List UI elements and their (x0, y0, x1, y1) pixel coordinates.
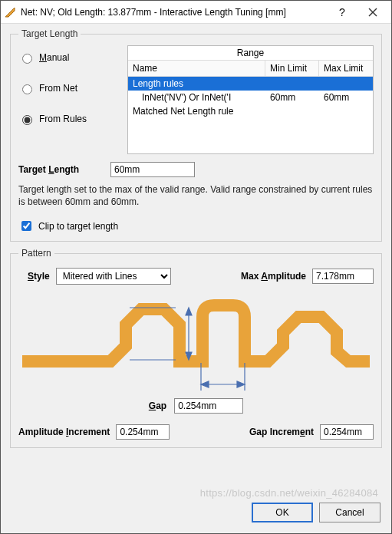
svg-marker-6 (186, 308, 192, 315)
radio-manual-input[interactable] (22, 54, 32, 64)
radio-manual[interactable]: Manual (18, 51, 118, 64)
radio-from-rules[interactable]: From Rules (18, 113, 118, 125)
table-row[interactable]: InNet('NV') Or InNet('I 60mm 60mm (128, 91, 373, 104)
max-amplitude-input[interactable] (312, 269, 374, 284)
gap-increment-label: Gap Increment (249, 427, 314, 437)
target-length-input[interactable] (110, 162, 195, 177)
pattern-legend: Pattern (18, 248, 54, 259)
target-length-label: Target Length (18, 164, 103, 175)
radio-from-rules-input[interactable] (22, 115, 32, 125)
table-row[interactable]: Length rules (128, 77, 373, 91)
help-button[interactable]: ? (327, 2, 357, 23)
gap-increment-input[interactable] (320, 424, 374, 440)
titlebar: Net: NV; Old Length: 13.877mm - Interact… (1, 1, 391, 24)
col-name[interactable]: Name (128, 61, 265, 76)
ok-button[interactable]: OK (252, 503, 313, 522)
range-table: Range Name Min Limit Max Limit Length ru… (127, 45, 374, 154)
clip-label: Clip to target length (38, 221, 118, 232)
pattern-group: Pattern Style Mitered with Lines Max Amp… (10, 248, 382, 448)
gap-label: Gap (149, 400, 166, 411)
style-select[interactable]: Mitered with Lines (56, 268, 171, 285)
max-amplitude-label: Max Amplitude (241, 271, 306, 282)
pattern-diagram (18, 294, 374, 394)
svg-marker-0 (5, 8, 15, 17)
app-icon (4, 6, 16, 18)
cancel-button[interactable]: Cancel (319, 503, 380, 522)
amplitude-increment-label: Amplitude Increment (18, 427, 110, 437)
window-title: Net: NV; Old Length: 13.877mm - Interact… (21, 7, 327, 18)
target-length-help: Target length set to the max of the vali… (18, 183, 374, 208)
range-header: Name Min Limit Max Limit (128, 61, 373, 77)
gap-input[interactable] (174, 398, 243, 414)
col-max[interactable]: Max Limit (319, 61, 373, 76)
radio-from-net[interactable]: From Net (18, 82, 118, 94)
clip-checkbox[interactable] (21, 221, 31, 231)
svg-marker-11 (201, 381, 209, 387)
style-label: Style (28, 271, 50, 282)
svg-marker-12 (237, 381, 245, 387)
target-length-legend: Target Length (18, 28, 81, 39)
table-row[interactable]: Matched Net Length rule (128, 104, 373, 118)
close-button[interactable] (357, 2, 388, 23)
amplitude-increment-input[interactable] (116, 424, 170, 440)
col-min[interactable]: Min Limit (265, 61, 319, 76)
range-title: Range (128, 46, 373, 61)
radio-from-net-input[interactable] (22, 84, 32, 94)
target-length-group: Target Length Manual From Net From Rules… (10, 28, 382, 242)
dialog-footer: OK Cancel (1, 495, 391, 533)
